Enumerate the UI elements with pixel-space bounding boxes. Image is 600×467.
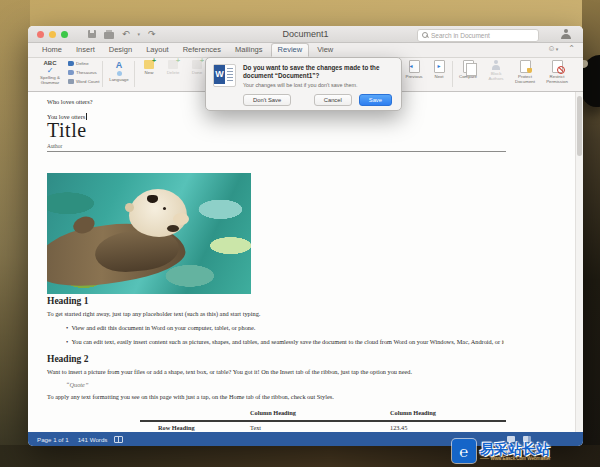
- checkmark-icon: ✓: [47, 67, 54, 74]
- document-lines-icon: [227, 68, 233, 81]
- previous-icon: ◂: [409, 60, 420, 73]
- compare-icon: [463, 60, 474, 73]
- dont-save-button[interactable]: Don't Save: [243, 94, 291, 106]
- define-book-icon: [68, 61, 74, 66]
- title-rule: [47, 151, 506, 152]
- otter-chin: [167, 225, 179, 232]
- globe-icon: [117, 71, 122, 76]
- dialog-message: Do you want to save the changes made to …: [243, 64, 393, 80]
- new-comment-button[interactable]: New: [138, 60, 160, 75]
- collapse-ribbon-icon[interactable]: ⌃: [568, 44, 575, 53]
- doc-quote: “Quote”: [66, 381, 88, 388]
- table-border: [140, 420, 506, 422]
- word-app-icon: W: [213, 64, 236, 87]
- next-icon: ▸: [434, 60, 445, 73]
- doc-paragraph: Want to insert a picture from your files…: [47, 368, 412, 375]
- word-window: Document1 ↶ ▾ ↷ Search in Document Home …: [28, 26, 583, 446]
- search-placeholder: Search in Document: [431, 32, 490, 39]
- ribbon-separator: [102, 61, 103, 87]
- tab-mailings[interactable]: Mailings: [229, 44, 269, 56]
- previous-change-button[interactable]: ◂ Previous: [402, 60, 426, 79]
- search-input[interactable]: Search in Document: [417, 29, 539, 42]
- heading-1: Heading 1: [47, 296, 88, 306]
- doc-paragraph: To apply any text formatting you see on …: [47, 393, 334, 400]
- table-cell: 123.45: [390, 424, 407, 431]
- doc-bullet: • You can edit text, easily insert conte…: [66, 338, 504, 345]
- traffic-lights: [37, 31, 68, 38]
- doc-bullet: • View and edit this document in Word on…: [66, 324, 255, 331]
- word-count-button[interactable]: Word Count: [68, 79, 99, 84]
- tab-view[interactable]: View: [311, 44, 339, 56]
- feedback-smiley-icon[interactable]: ☺▾: [548, 44, 559, 53]
- cancel-button[interactable]: Cancel: [314, 94, 352, 106]
- ribbon-tab-row: Home Insert Design Layout References Mai…: [28, 43, 583, 58]
- protect-document-button[interactable]: Protect Document: [511, 60, 539, 84]
- watermark-text: 易采站长站: [480, 442, 551, 456]
- wallpaper-left-shadow: [0, 0, 30, 467]
- restrict-permission-button[interactable]: Restrict Permission: [542, 60, 572, 84]
- otter-nose: [147, 195, 158, 203]
- scrollbar-thumb[interactable]: [577, 96, 582, 156]
- next-change-button[interactable]: ▸ Next: [427, 60, 451, 79]
- undo-dropdown-icon[interactable]: ▾: [138, 31, 141, 37]
- otter-photo[interactable]: [47, 173, 251, 294]
- delete-comment-icon: [168, 60, 178, 69]
- page-count[interactable]: Page 1 of 1: [37, 436, 69, 443]
- doc-paragraph: To get started right away, just tap any …: [47, 310, 260, 317]
- spelling-grammar-button[interactable]: ABC ✓ Spelling & Grammar: [33, 60, 67, 85]
- share-icon[interactable]: [561, 29, 571, 39]
- tab-review[interactable]: Review: [271, 43, 310, 57]
- watermark-subtext: —— Www.Easck.Com Webmaster: [480, 456, 551, 461]
- protect-document-icon: [520, 60, 531, 73]
- otter-muzzle: [173, 213, 189, 225]
- zoom-button[interactable]: [61, 31, 68, 38]
- table-row-heading: Row Heading: [158, 424, 195, 431]
- tab-layout[interactable]: Layout: [140, 44, 175, 56]
- easck-logo-icon: ℮: [452, 439, 476, 463]
- dialog-detail: Your changes will be lost if you don't s…: [243, 82, 393, 88]
- proofing-icon[interactable]: [114, 436, 123, 443]
- done-comment-icon: [192, 60, 202, 69]
- compare-button[interactable]: Compare: [455, 60, 481, 79]
- doc-text-line: Who loves otters?: [47, 98, 92, 105]
- language-icon: A: [116, 60, 123, 70]
- scrollbar[interactable]: [575, 92, 583, 432]
- search-icon: [422, 32, 428, 38]
- word-count-icon: [68, 79, 74, 84]
- tab-home[interactable]: Home: [36, 44, 68, 56]
- ribbon-separator: [134, 61, 135, 87]
- delete-comment-button[interactable]: Delete: [162, 60, 184, 75]
- thesaurus-button[interactable]: Thesaurus: [68, 70, 97, 75]
- tab-insert[interactable]: Insert: [70, 44, 101, 56]
- restrict-permission-icon: [552, 60, 563, 73]
- save-icon[interactable]: [88, 30, 96, 38]
- titlebar: Document1 ↶ ▾ ↷ Search in Document: [28, 26, 583, 43]
- table-cell: Text: [250, 424, 261, 431]
- doc-author: Author: [47, 143, 62, 149]
- otter-eye: [163, 207, 166, 210]
- table-column-heading: Column Heading: [390, 409, 436, 416]
- redo-icon[interactable]: ↷: [148, 30, 156, 39]
- tab-design[interactable]: Design: [103, 44, 138, 56]
- easck-watermark: ℮ 易采站长站 —— Www.Easck.Com Webmaster: [452, 437, 598, 465]
- undo-icon[interactable]: ↶: [122, 30, 130, 39]
- quick-access-toolbar: ↶ ▾ ↷: [88, 30, 156, 39]
- define-button[interactable]: Define: [68, 61, 89, 66]
- save-button[interactable]: Save: [359, 94, 392, 106]
- heading-2: Heading 2: [47, 354, 88, 364]
- block-authors-button[interactable]: Block Authors: [483, 60, 509, 81]
- language-button[interactable]: A Language: [106, 60, 132, 82]
- close-button[interactable]: [37, 31, 44, 38]
- otter-ear: [125, 203, 134, 212]
- minimize-button[interactable]: [49, 31, 56, 38]
- thesaurus-book-icon: [68, 70, 74, 75]
- save-changes-dialog: W Do you want to save the changes made t…: [205, 57, 402, 111]
- block-authors-icon: [492, 60, 500, 70]
- tab-references[interactable]: References: [177, 44, 227, 56]
- document-canvas[interactable]: Who loves otters? You love otters Title …: [28, 92, 583, 432]
- word-count[interactable]: 141 Words: [78, 436, 108, 443]
- new-comment-icon: [144, 60, 154, 69]
- ribbon-separator: [452, 61, 453, 87]
- doc-title: Title: [47, 119, 87, 142]
- print-icon[interactable]: [104, 32, 114, 39]
